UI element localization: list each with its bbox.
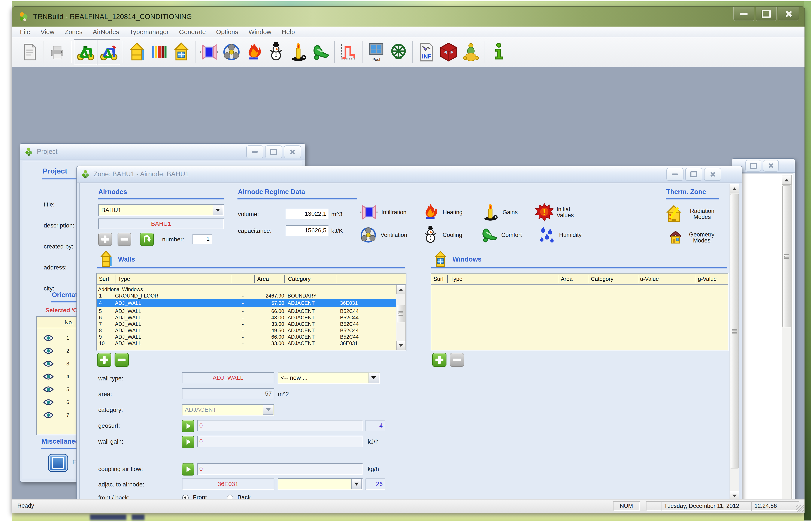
geometry-modes-item[interactable]: Geometry Modes bbox=[667, 229, 718, 245]
pool-button[interactable]: Pool bbox=[365, 40, 388, 64]
color-bars-button[interactable] bbox=[148, 40, 170, 64]
walls-remove-button[interactable] bbox=[114, 353, 129, 367]
menu-view[interactable]: View bbox=[40, 28, 54, 36]
number-field[interactable]: 1 bbox=[192, 234, 212, 244]
infiltration-button[interactable] bbox=[198, 40, 220, 64]
menu-airnodes[interactable]: AirNodes bbox=[93, 28, 119, 36]
ventilation-feature[interactable]: Ventilation bbox=[359, 226, 407, 244]
scroll-up-button[interactable] bbox=[782, 175, 791, 185]
info-button[interactable] bbox=[487, 40, 510, 64]
table-row[interactable]: 5ADJ_WALL-66.00ADJACENTB52C44 bbox=[97, 308, 396, 315]
coupling-field[interactable]: 0 bbox=[197, 463, 362, 475]
dropdown-button[interactable] bbox=[369, 373, 379, 383]
heating-button[interactable] bbox=[243, 40, 265, 64]
windows-add-button[interactable] bbox=[432, 353, 446, 367]
adjacent-airnode-combo[interactable] bbox=[278, 478, 362, 490]
bg-vertical-scrollbar[interactable] bbox=[782, 175, 792, 499]
green-wheel-button[interactable] bbox=[388, 40, 410, 64]
heating-feature[interactable]: Heating bbox=[421, 203, 462, 221]
list-item[interactable]: 7 bbox=[43, 409, 69, 421]
windows-table[interactable]: Surf Type Area Category u-Value g-Value bbox=[431, 273, 729, 351]
green-bike-button[interactable] bbox=[74, 39, 97, 65]
geosurf-input-button[interactable] bbox=[182, 420, 194, 432]
geosurf-field[interactable]: 0 bbox=[197, 420, 362, 431]
list-item[interactable]: 6 bbox=[43, 396, 69, 408]
scroll-thumb[interactable] bbox=[730, 194, 739, 468]
resize-grip[interactable] bbox=[796, 505, 804, 512]
infiltration-feature[interactable]: Infiltration bbox=[360, 203, 407, 221]
project-titlebar[interactable]: Project bbox=[20, 144, 305, 160]
maximize-button[interactable] bbox=[756, 7, 777, 21]
menu-help[interactable]: Help bbox=[282, 28, 295, 36]
table-row[interactable]: 7ADJ_WALL-33.00ADJACENTB52C44 bbox=[97, 321, 396, 327]
comfort-feature[interactable]: Comfort bbox=[480, 226, 522, 244]
table-row[interactable]: 1GROUND_FLOOR-2467.90BOUNDARY bbox=[97, 293, 396, 299]
comfort-button[interactable] bbox=[309, 40, 332, 64]
menu-typemanager[interactable]: Typemanager bbox=[129, 28, 169, 36]
humidity-feature[interactable]: Humidity bbox=[538, 226, 582, 244]
table-row[interactable]: 9ADJ_WALL-66.00ADJACENTB52C44 bbox=[97, 334, 396, 340]
dropdown-button[interactable] bbox=[351, 479, 362, 489]
airnode-add-button[interactable] bbox=[98, 233, 112, 246]
scroll-up-button[interactable] bbox=[730, 184, 739, 194]
ventilation-button[interactable] bbox=[220, 40, 243, 64]
miscellaneous-toggle-button[interactable] bbox=[48, 454, 68, 472]
table-row[interactable]: 6ADJ_WALL-48.00ADJACENTB52C44 bbox=[97, 315, 396, 321]
category-combo[interactable]: ADJACENT bbox=[182, 404, 274, 416]
list-item[interactable]: 5 bbox=[43, 383, 69, 396]
new-file-button[interactable] bbox=[18, 40, 40, 64]
table-row-selected[interactable]: 4ADJ_WALL-57.00ADJACENT36E031 bbox=[97, 299, 396, 307]
walls-table-scrollbar[interactable] bbox=[396, 285, 405, 350]
menu-zones[interactable]: Zones bbox=[65, 28, 82, 36]
airnode-select[interactable]: BAHU1 bbox=[98, 204, 224, 216]
project-close-button[interactable] bbox=[284, 145, 301, 158]
zone-vertical-scrollbar[interactable] bbox=[730, 184, 740, 499]
front-radio[interactable]: Front bbox=[182, 494, 207, 499]
airnode-rename-button[interactable] bbox=[140, 233, 154, 246]
volume-field[interactable]: 13022,1 bbox=[286, 208, 329, 219]
person-button[interactable] bbox=[460, 40, 482, 64]
list-item[interactable]: 3 bbox=[43, 358, 69, 370]
house-window-button[interactable] bbox=[170, 40, 192, 64]
wall-gain-input-button[interactable] bbox=[182, 436, 194, 448]
scroll-down-button[interactable] bbox=[396, 341, 405, 350]
list-item[interactable]: 2 bbox=[43, 345, 69, 357]
scroll-thumb[interactable] bbox=[783, 185, 791, 327]
back-radio[interactable]: Back bbox=[227, 494, 251, 499]
bg-close-button[interactable] bbox=[763, 160, 779, 172]
project-maximize-button[interactable] bbox=[265, 145, 282, 158]
menu-window[interactable]: Window bbox=[249, 28, 272, 36]
dropdown-button[interactable] bbox=[213, 205, 223, 215]
menu-file[interactable]: File bbox=[20, 28, 30, 36]
zone-close-button[interactable] bbox=[704, 168, 721, 181]
app-titlebar[interactable]: TRNBuild - REALFINAL_120814_CONDITIONING bbox=[12, 7, 805, 26]
bg-maximize-button[interactable] bbox=[745, 160, 761, 172]
cooling-button[interactable] bbox=[265, 40, 287, 64]
table-row[interactable]: 8ADJ_WALL-49.50ADJACENTB52C44 bbox=[97, 327, 396, 334]
scroll-down-button[interactable] bbox=[730, 491, 739, 499]
inf-document-button[interactable]: INF bbox=[415, 40, 437, 64]
walls-table[interactable]: Surf Type Area Category Additional Windo… bbox=[96, 273, 406, 351]
menu-options[interactable]: Options bbox=[216, 28, 238, 36]
capacitance-field[interactable]: 15626,5 bbox=[286, 225, 329, 236]
zone-titlebar[interactable]: Zone: BAHU1 - Airnode: BAHU1 bbox=[77, 166, 742, 182]
list-item[interactable]: 1 bbox=[43, 332, 69, 344]
walls-add-button[interactable] bbox=[97, 353, 111, 367]
gains-button[interactable] bbox=[287, 40, 309, 64]
windows-remove-button[interactable] bbox=[450, 353, 464, 367]
wall-gain-field[interactable]: 0 bbox=[197, 436, 362, 447]
radiation-modes-item[interactable]: Radiation Modes bbox=[665, 205, 718, 223]
scroll-up-button[interactable] bbox=[396, 285, 405, 294]
minimize-button[interactable] bbox=[733, 7, 754, 21]
airnode-remove-button[interactable] bbox=[118, 233, 131, 246]
zone-maximize-button[interactable] bbox=[685, 168, 702, 181]
list-item[interactable]: 4 bbox=[43, 370, 69, 383]
schedule-plot-button[interactable] bbox=[337, 40, 359, 64]
red-cube-button[interactable] bbox=[437, 40, 460, 64]
cooling-feature[interactable]: Cooling bbox=[421, 226, 462, 244]
menu-generate[interactable]: Generate bbox=[179, 28, 206, 36]
print-button[interactable] bbox=[46, 40, 68, 64]
project-minimize-button[interactable] bbox=[246, 145, 264, 158]
zone-minimize-button[interactable] bbox=[666, 168, 684, 181]
color-bike-button[interactable] bbox=[97, 39, 120, 65]
